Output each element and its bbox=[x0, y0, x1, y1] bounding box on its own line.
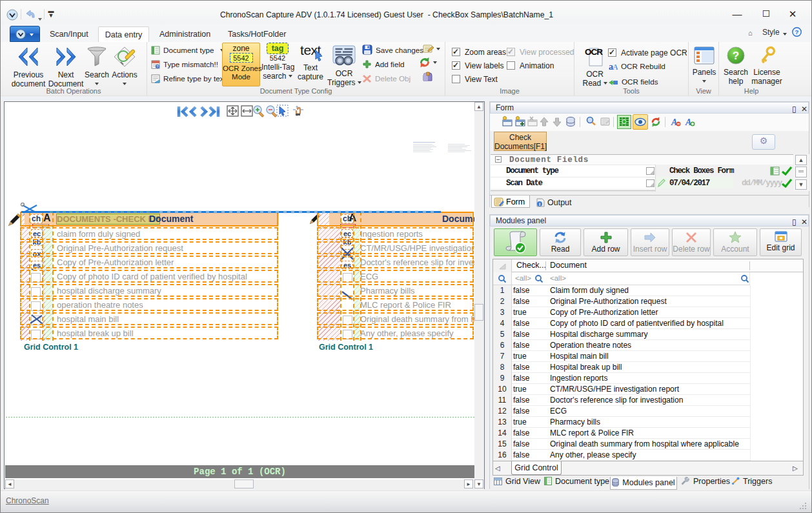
svg-text:A: A bbox=[613, 63, 618, 71]
svg-text:?: ? bbox=[795, 28, 799, 35]
svg-text:?: ? bbox=[733, 50, 739, 62]
svg-text:A: A bbox=[685, 117, 691, 127]
svg-text:A: A bbox=[671, 117, 677, 127]
svg-text:i: i bbox=[539, 201, 540, 207]
svg-text:OCR: OCR bbox=[585, 47, 603, 57]
